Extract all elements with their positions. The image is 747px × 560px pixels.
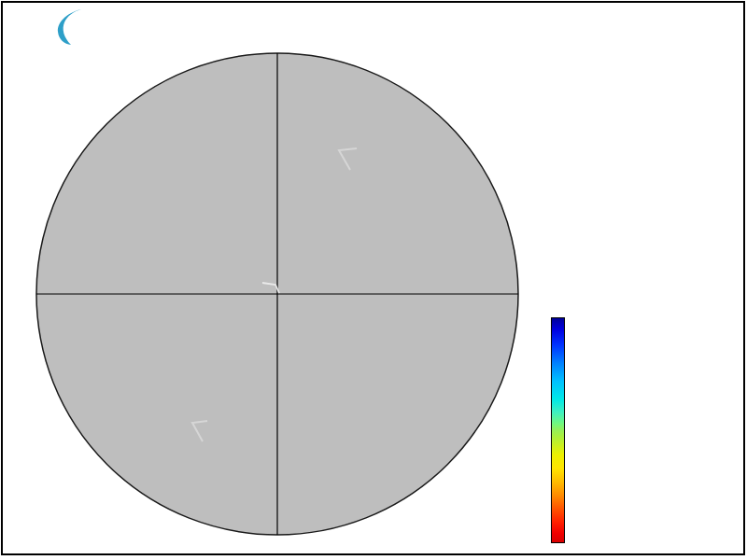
legend-positive xyxy=(623,370,630,384)
skymap-window xyxy=(0,0,747,560)
skymap-polar-plot xyxy=(0,0,747,560)
doppler-colorbar xyxy=(551,317,565,543)
legend-negative xyxy=(620,480,627,494)
